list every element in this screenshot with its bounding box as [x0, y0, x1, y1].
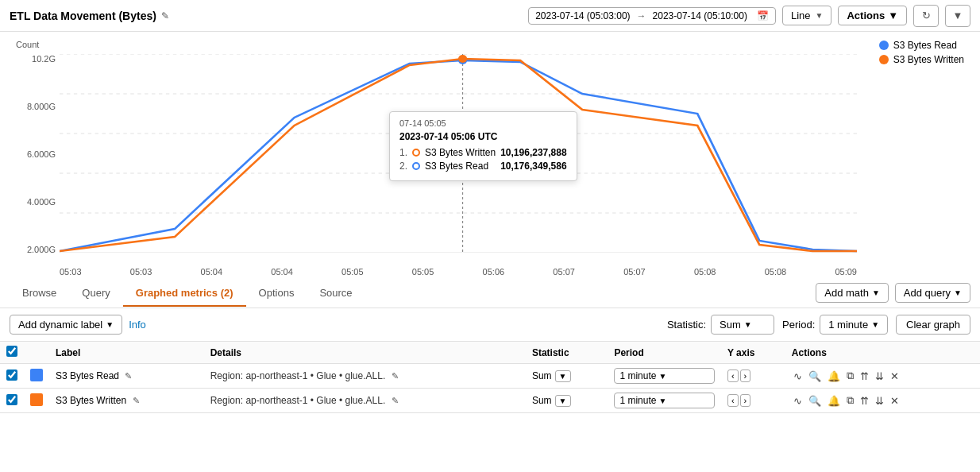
period-select[interactable]: 1 minute ▼ — [820, 315, 888, 335]
title-edit-icon[interactable]: ✎ — [161, 10, 169, 21]
row2-arrow-down-icon[interactable]: ⇊ — [874, 394, 885, 408]
row2-label: S3 Bytes Written — [56, 395, 126, 406]
row2-details: Region: ap-northeast-1 • Glue • glue.ALL… — [210, 395, 386, 406]
top-bar-left: ETL Data Movement (Bytes) ✎ — [10, 10, 169, 22]
th-label: Label — [49, 342, 204, 364]
th-statistic: Statistic — [526, 342, 608, 364]
row1-bell-icon[interactable]: 🔔 — [826, 369, 842, 383]
tab-graphed-metrics[interactable]: Graphed metrics (2) — [123, 280, 246, 307]
add-query-button[interactable]: Add query ▼ — [895, 283, 970, 303]
row2-details-edit-icon[interactable]: ✎ — [392, 396, 399, 405]
period-chevron: ▼ — [871, 320, 879, 329]
row2-arrow-up-icon[interactable]: ⇈ — [858, 394, 870, 408]
row2-yaxis-right[interactable]: › — [740, 394, 751, 407]
info-label[interactable]: Info — [129, 319, 146, 331]
date-range-selector[interactable]: 2023-07-14 (05:03:00) → 2023-07-14 (05:1… — [528, 7, 776, 25]
chart-type-label: Line — [791, 10, 811, 21]
date-arrow: → — [637, 10, 646, 21]
top-bar: ETL Data Movement (Bytes) ✎ 2023-07-14 (… — [0, 0, 980, 32]
row2-yaxis-left[interactable]: ‹ — [727, 394, 739, 407]
statistic-select[interactable]: Sum ▼ — [711, 315, 774, 335]
tooltip-row1-label: S3 Bytes Written — [425, 147, 496, 158]
row1-period-dropdown[interactable]: 1 minute ▼ — [614, 368, 715, 384]
x-tick-4: 05:04 — [271, 267, 293, 277]
x-tick-2: 05:03 — [130, 267, 152, 277]
clear-graph-button[interactable]: Clear graph — [896, 315, 970, 335]
row2-action-icons: ∿ 🔍 🔔 ⧉ ⇈ ⇊ ✕ — [792, 393, 974, 408]
statistic-group: Statistic: Sum ▼ — [667, 315, 774, 335]
td-yaxis-2: ‹ › — [721, 389, 785, 413]
row1-sparkline-icon[interactable]: ∿ — [792, 369, 804, 383]
tooltip-row2-label: S3 Bytes Read — [425, 161, 496, 172]
row1-arrow-down-icon[interactable]: ⇊ — [874, 369, 885, 383]
td-period-1: 1 minute ▼ — [608, 364, 721, 389]
add-math-button[interactable]: Add math ▼ — [816, 283, 889, 303]
legend-item-read: S3 Bytes Read — [879, 40, 964, 51]
row2-label-edit-icon[interactable]: ✎ — [133, 396, 140, 405]
tab-source[interactable]: Source — [307, 280, 365, 307]
tabs-bar: Browse Query Graphed metrics (2) Options… — [0, 278, 980, 308]
row2-search-icon[interactable]: 🔍 — [807, 394, 823, 408]
tooltip-row1-num: 1. — [399, 147, 407, 158]
row1-action-icons: ∿ 🔍 🔔 ⧉ ⇈ ⇊ ✕ — [792, 369, 974, 383]
refresh-button[interactable]: ↻ — [913, 5, 939, 27]
row1-stat-chevron[interactable]: ▼ — [555, 370, 571, 382]
row2-period-chevron: ▼ — [658, 397, 666, 405]
calendar-icon: 📅 — [757, 10, 769, 21]
row2-sparkline-icon[interactable]: ∿ — [792, 394, 804, 408]
row1-search-icon[interactable]: 🔍 — [807, 369, 823, 383]
td-details-2: Region: ap-northeast-1 • Glue • glue.ALL… — [204, 389, 526, 413]
row2-copy-icon[interactable]: ⧉ — [845, 393, 855, 408]
y-tick-4: 4.000G — [27, 197, 56, 207]
tab-browse[interactable]: Browse — [10, 280, 69, 307]
row1-arrow-up-icon[interactable]: ⇈ — [858, 369, 870, 383]
y-axis-label: Count — [16, 40, 39, 49]
statistic-value: Sum — [720, 319, 741, 331]
row1-period-chevron: ▼ — [658, 372, 666, 381]
more-options-button[interactable]: ▼ — [945, 5, 970, 27]
x-tick-1: 05:03 — [60, 267, 82, 277]
td-statistic-1: Sum ▼ — [526, 364, 608, 389]
row1-checkbox[interactable] — [6, 369, 17, 381]
row1-copy-icon[interactable]: ⧉ — [845, 369, 855, 383]
add-query-label: Add query — [904, 287, 951, 299]
td-color-1 — [24, 364, 49, 389]
tooltip-row2-value: 10,176,349,586 — [500, 161, 566, 172]
th-details: Details — [204, 342, 526, 364]
row2-checkbox[interactable] — [6, 394, 17, 405]
chart-type-dropdown[interactable]: Line ▼ — [782, 6, 831, 25]
chart-type-chevron: ▼ — [816, 11, 824, 20]
row2-bell-icon[interactable]: 🔔 — [826, 394, 842, 408]
row2-period-dropdown[interactable]: 1 minute ▼ — [614, 393, 715, 408]
row1-yaxis-left[interactable]: ‹ — [727, 369, 739, 382]
row2-delete-icon[interactable]: ✕ — [889, 394, 901, 408]
add-dynamic-label-button[interactable]: Add dynamic label ▼ — [10, 315, 122, 335]
row2-stat-chevron[interactable]: ▼ — [555, 395, 571, 407]
table-row: S3 Bytes Read ✎ Region: ap-northeast-1 •… — [0, 364, 980, 389]
th-checkbox — [0, 342, 24, 364]
row1-yaxis-right[interactable]: › — [740, 369, 751, 382]
header-checkbox[interactable] — [6, 346, 17, 357]
row1-label-edit-icon[interactable]: ✎ — [125, 371, 132, 381]
statistic-chevron: ▼ — [744, 320, 752, 329]
row1-details-edit-icon[interactable]: ✎ — [392, 371, 399, 381]
actions-button[interactable]: Actions ▼ — [838, 6, 907, 25]
x-tick-10: 05:08 — [694, 267, 716, 277]
th-yaxis: Y axis — [721, 342, 785, 364]
tab-query[interactable]: Query — [69, 280, 122, 307]
page-title: ETL Data Movement (Bytes) — [10, 10, 156, 22]
tab-options[interactable]: Options — [246, 280, 307, 307]
td-checkbox-2 — [0, 389, 24, 413]
legend-dot-blue — [879, 41, 889, 50]
tooltip-circle-orange — [412, 149, 420, 157]
td-period-2: 1 minute ▼ — [608, 389, 721, 413]
row1-delete-icon[interactable]: ✕ — [889, 369, 901, 383]
td-label-2: S3 Bytes Written ✎ — [49, 389, 204, 413]
top-bar-right: 2023-07-14 (05:03:00) → 2023-07-14 (05:1… — [528, 5, 970, 27]
row2-statistic: Sum — [532, 395, 552, 406]
legend-label-written: S3 Bytes Written — [893, 54, 964, 65]
y-tick-3: 6.000G — [27, 149, 56, 159]
date-end: 2023-07-14 (05:10:00) — [653, 10, 747, 21]
period-label: Period: — [782, 319, 815, 331]
actions-label: Actions — [847, 10, 885, 21]
